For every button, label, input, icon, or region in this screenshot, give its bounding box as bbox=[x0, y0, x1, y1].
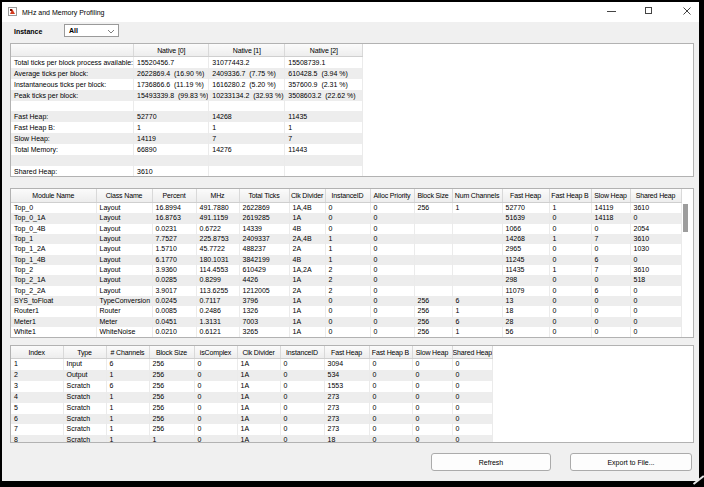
cell: 18 bbox=[502, 306, 549, 316]
table-row[interactable] bbox=[11, 101, 363, 112]
table-row[interactable]: Peak ticks per block:15493339.8 (99.83 %… bbox=[11, 90, 363, 101]
table-row[interactable]: Top_1Layout7.7527225.875324093372A,4B101… bbox=[11, 234, 681, 244]
column-header: Total Ticks bbox=[239, 189, 289, 203]
table-row[interactable]: Meter1Meter0.04511.313170031A00256628000 bbox=[11, 317, 681, 327]
cell: 2A bbox=[289, 244, 325, 254]
table-row[interactable]: 3Scratch625601A01553000 bbox=[11, 381, 493, 392]
table-row[interactable]: 1Input625601A03094000 bbox=[11, 359, 493, 370]
cell: 15493339.8 (99.83 %) bbox=[134, 90, 209, 101]
cell: White1 bbox=[11, 327, 96, 337]
table-row[interactable]: Top_1_2ALayout1.571045.77224882372A10296… bbox=[11, 244, 681, 254]
table-row[interactable]: Fast Heap B:111 bbox=[11, 122, 363, 133]
cell: 0 bbox=[591, 275, 630, 285]
table-row[interactable]: 4Scratch125601A0273000 bbox=[11, 392, 493, 403]
cell bbox=[414, 255, 452, 265]
cell: 534 bbox=[324, 370, 369, 381]
cell: 1 bbox=[452, 203, 502, 214]
cell: 3842199 bbox=[239, 255, 289, 265]
cell: 256 bbox=[149, 403, 194, 414]
table-row[interactable]: Top_0_4BLayout0.02310.6722143394B0010660… bbox=[11, 224, 681, 234]
cell: 14339 bbox=[239, 224, 289, 234]
cell: 7 bbox=[591, 265, 630, 275]
table-row[interactable]: Top_0Layout16.8994491.788026228691A,4B00… bbox=[11, 203, 681, 214]
cell: Average ticks per block: bbox=[11, 68, 134, 79]
table-row[interactable]: Shared Heap:3610 bbox=[11, 166, 363, 177]
column-header: Clk Divider bbox=[289, 189, 325, 203]
cell: 273 bbox=[324, 392, 369, 403]
window: MHz and Memory Profiling Instance All Na… bbox=[2, 2, 699, 481]
cell: 0 bbox=[369, 370, 412, 381]
cell bbox=[414, 286, 452, 296]
table-row[interactable]: 7Scratch125601A0273000 bbox=[11, 424, 493, 435]
app-icon bbox=[8, 7, 17, 16]
cell: 256 bbox=[414, 327, 452, 337]
cell: Fast Heap B: bbox=[11, 122, 134, 133]
cell: 0 bbox=[630, 306, 681, 316]
table-row[interactable]: Fast Heap:527701426811435 bbox=[11, 111, 363, 122]
cell: 11245 bbox=[502, 255, 549, 265]
cell: 0 bbox=[369, 359, 412, 370]
table-row[interactable]: SYS_toFloatTypeConversion0.02450.7117379… bbox=[11, 296, 681, 306]
cell: 6 bbox=[591, 255, 630, 265]
table-row[interactable]: 5Scratch125601A0273000 bbox=[11, 403, 493, 414]
cell: 1 bbox=[106, 392, 149, 403]
table-row[interactable]: Top_2_2ALayout3.9017113.625512120052A201… bbox=[11, 286, 681, 296]
cell: 0 bbox=[370, 255, 414, 265]
table-row[interactable]: 2Output125601A0534000 bbox=[11, 370, 493, 381]
cell: 0 bbox=[452, 435, 493, 443]
cell: 15508739.1 bbox=[285, 57, 363, 68]
column-header: Num Channels bbox=[452, 189, 502, 203]
cell: 1 bbox=[285, 122, 363, 133]
maximize-button[interactable] bbox=[641, 2, 659, 21]
cell bbox=[452, 265, 502, 275]
cell: 0 bbox=[630, 317, 681, 327]
titlebar: MHz and Memory Profiling bbox=[2, 2, 699, 22]
cell: 0 bbox=[325, 203, 370, 214]
cell: 1 bbox=[325, 244, 370, 254]
export-button[interactable]: Export to File... bbox=[570, 453, 692, 471]
table-row[interactable]: Top_2_1ALayout0.02850.829944261A20298005… bbox=[11, 275, 681, 285]
cell: 0 bbox=[194, 381, 237, 392]
cell: 0 bbox=[370, 317, 414, 327]
instance-dropdown[interactable]: All bbox=[64, 24, 119, 37]
cell: 0.7117 bbox=[196, 296, 239, 306]
table-row[interactable]: White1WhiteNoise0.02100.612132651A002561… bbox=[11, 327, 681, 337]
cell: 7 bbox=[11, 424, 63, 435]
table-row[interactable]: Instantaneous ticks per block:1736866.6 … bbox=[11, 79, 363, 90]
cell: 3.9017 bbox=[152, 286, 196, 296]
column-header: Block Size bbox=[414, 189, 452, 203]
table-row[interactable]: 8Scratch1101A018000 bbox=[11, 435, 493, 443]
cell: 6 bbox=[11, 414, 63, 425]
refresh-button[interactable]: Refresh bbox=[431, 453, 551, 471]
table-row[interactable]: Total ticks per block process available:… bbox=[11, 57, 363, 68]
table-row[interactable]: Slow Heap:1411977 bbox=[11, 133, 363, 144]
cell: Top_2_2A bbox=[11, 286, 96, 296]
table-row[interactable]: Total Memory:668901427611443 bbox=[11, 144, 363, 155]
cell bbox=[209, 101, 285, 112]
table-row[interactable]: Top_0_1ALayout16.8763491.115926192851A00… bbox=[11, 213, 681, 223]
table-row[interactable]: 6Scratch125601A0273000 bbox=[11, 414, 493, 425]
cell: 7.7527 bbox=[152, 234, 196, 244]
close-button[interactable] bbox=[678, 2, 696, 21]
cell: 11435 bbox=[285, 111, 363, 122]
cell bbox=[134, 155, 209, 166]
cell bbox=[452, 255, 502, 265]
cell: 56 bbox=[502, 327, 549, 337]
cell: Scratch bbox=[63, 381, 106, 392]
table-row[interactable]: Top_1_4BLayout6.1770180.103138421994B101… bbox=[11, 255, 681, 265]
cell: Scratch bbox=[63, 403, 106, 414]
cell: Layout bbox=[96, 213, 152, 223]
cell: Input bbox=[63, 359, 106, 370]
cell: 1A,4B bbox=[289, 203, 325, 214]
minimize-button[interactable] bbox=[603, 2, 621, 21]
table-row[interactable] bbox=[11, 155, 363, 166]
cell: 0 bbox=[325, 317, 370, 327]
cell: 1A bbox=[237, 370, 280, 381]
cell: 1A bbox=[237, 435, 280, 443]
cell: Output bbox=[63, 370, 106, 381]
table-row[interactable]: Router1Router0.00850.248613261A002561180… bbox=[11, 306, 681, 316]
table-row[interactable]: Top_2Layout3.9360114.45536104291A,2A2011… bbox=[11, 265, 681, 275]
table-row[interactable]: Average ticks per block:2622869.4 (16.90… bbox=[11, 68, 363, 79]
cell: 2622869 bbox=[239, 203, 289, 214]
vertical-scrollbar-thumb[interactable] bbox=[683, 204, 688, 232]
